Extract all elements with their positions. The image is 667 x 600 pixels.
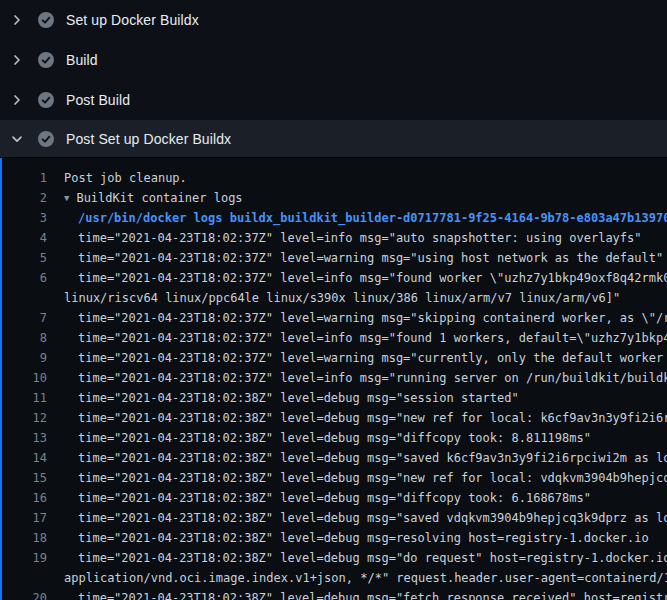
log-line-number[interactable]: 4 (2, 228, 47, 248)
log-line: 14time="2021-04-23T18:02:38Z" level=debu… (2, 448, 667, 468)
log-line-number[interactable]: 17 (2, 508, 47, 528)
chevron-right-icon (9, 12, 25, 28)
log-line: application/vnd.oci.image.index.v1+json,… (2, 568, 667, 588)
log-line: 1Post job cleanup. (2, 168, 667, 188)
log-line-number[interactable]: 10 (2, 368, 47, 388)
step-label: Post Set up Docker Buildx (66, 131, 231, 147)
log-group-title: ▼BuildKit container logs (47, 188, 243, 208)
log-text: time="2021-04-23T18:02:38Z" level=debug … (47, 588, 667, 600)
log-line-number[interactable]: 15 (2, 468, 47, 488)
step-success-check-icon (38, 12, 54, 28)
step-header-set-up-docker-buildx[interactable]: Set up Docker Buildx (0, 0, 667, 40)
log-line: 5time="2021-04-23T18:02:37Z" level=warni… (2, 248, 667, 268)
log-line: 3/usr/bin/docker logs buildx_buildkit_bu… (2, 208, 667, 228)
chevron-right-icon (9, 92, 25, 108)
log-line-number[interactable]: 5 (2, 248, 47, 268)
log-text: time="2021-04-23T18:02:37Z" level=info m… (47, 228, 642, 248)
log-line-number[interactable]: 3 (2, 208, 47, 228)
step-header-build[interactable]: Build (0, 40, 667, 80)
log-line-number[interactable]: 2 (2, 188, 47, 208)
log-line: 13time="2021-04-23T18:02:38Z" level=debu… (2, 428, 667, 448)
log-text: time="2021-04-23T18:02:38Z" level=debug … (47, 428, 591, 448)
log-line: 7time="2021-04-23T18:02:37Z" level=warni… (2, 308, 667, 328)
log-text: time="2021-04-23T18:02:37Z" level=info m… (47, 368, 667, 388)
log-line: 11time="2021-04-23T18:02:38Z" level=debu… (2, 388, 667, 408)
log-line-number (2, 288, 47, 308)
log-line-number[interactable]: 18 (2, 528, 47, 548)
log-line-number[interactable]: 19 (2, 548, 47, 568)
log-console: 1Post job cleanup.2▼BuildKit container l… (0, 158, 667, 600)
log-text: time="2021-04-23T18:02:37Z" level=info m… (47, 328, 667, 348)
log-line-number[interactable]: 16 (2, 488, 47, 508)
log-line-number[interactable]: 1 (2, 168, 47, 188)
log-command-text: /usr/bin/docker logs buildx_buildkit_bui… (47, 208, 667, 228)
log-line-number[interactable]: 13 (2, 428, 47, 448)
log-line: 12time="2021-04-23T18:02:38Z" level=debu… (2, 408, 667, 428)
log-line: 9time="2021-04-23T18:02:37Z" level=warni… (2, 348, 667, 368)
log-line-number[interactable]: 8 (2, 328, 47, 348)
step-success-check-icon (38, 52, 54, 68)
log-line-number[interactable]: 6 (2, 268, 47, 288)
log-text: time="2021-04-23T18:02:38Z" level=debug … (47, 468, 667, 488)
step-label: Build (66, 52, 98, 68)
log-line-number[interactable]: 7 (2, 308, 47, 328)
log-text: time="2021-04-23T18:02:37Z" level=info m… (47, 268, 667, 288)
chevron-right-icon (9, 52, 25, 68)
log-line: 4time="2021-04-23T18:02:37Z" level=info … (2, 228, 667, 248)
log-line: linux/riscv64 linux/ppc64le linux/s390x … (2, 288, 667, 308)
step-header-post-set-up-docker-buildx[interactable]: Post Set up Docker Buildx (0, 120, 667, 158)
log-line: 16time="2021-04-23T18:02:38Z" level=debu… (2, 488, 667, 508)
step-header-post-build[interactable]: Post Build (0, 80, 667, 120)
log-line-number[interactable]: 9 (2, 348, 47, 368)
step-success-check-icon (38, 131, 54, 147)
log-text: time="2021-04-23T18:02:38Z" level=debug … (47, 448, 667, 468)
log-line-number[interactable]: 11 (2, 388, 47, 408)
log-line: 17time="2021-04-23T18:02:38Z" level=debu… (2, 508, 667, 528)
log-line: 18time="2021-04-23T18:02:38Z" level=debu… (2, 528, 667, 548)
chevron-down-icon (9, 131, 25, 147)
log-line: 8time="2021-04-23T18:02:37Z" level=info … (2, 328, 667, 348)
log-text: time="2021-04-23T18:02:37Z" level=warnin… (47, 248, 663, 268)
log-text: Post job cleanup. (47, 168, 187, 188)
log-line: 10time="2021-04-23T18:02:37Z" level=info… (2, 368, 667, 388)
step-label: Set up Docker Buildx (66, 12, 199, 28)
step-label: Post Build (66, 92, 130, 108)
log-line: 6time="2021-04-23T18:02:37Z" level=info … (2, 268, 667, 288)
job-steps-list: Set up Docker Buildx Build Post Build Po… (0, 0, 667, 158)
log-text: linux/riscv64 linux/ppc64le linux/s390x … (47, 288, 620, 308)
log-line: 15time="2021-04-23T18:02:38Z" level=debu… (2, 468, 667, 488)
log-group-title-text: BuildKit container logs (76, 191, 242, 205)
log-line-number[interactable]: 14 (2, 448, 47, 468)
log-line-number (2, 568, 47, 588)
log-line: 19time="2021-04-23T18:02:38Z" level=debu… (2, 548, 667, 568)
log-line: 20time="2021-04-23T18:02:38Z" level=debu… (2, 588, 667, 600)
log-text: time="2021-04-23T18:02:38Z" level=debug … (47, 408, 667, 428)
log-line-number[interactable]: 12 (2, 408, 47, 428)
group-expand-caret-icon[interactable]: ▼ (64, 188, 76, 208)
step-success-check-icon (38, 92, 54, 108)
log-text: time="2021-04-23T18:02:37Z" level=warnin… (47, 308, 667, 328)
log-text: application/vnd.oci.image.index.v1+json,… (47, 568, 667, 588)
log-text: time="2021-04-23T18:02:38Z" level=debug … (47, 388, 519, 408)
log-line[interactable]: 2▼BuildKit container logs (2, 188, 667, 208)
log-text: time="2021-04-23T18:02:38Z" level=debug … (47, 548, 667, 568)
log-text: time="2021-04-23T18:02:38Z" level=debug … (47, 488, 591, 508)
log-text: time="2021-04-23T18:02:37Z" level=warnin… (47, 348, 667, 368)
log-text: time="2021-04-23T18:02:38Z" level=debug … (47, 508, 667, 528)
log-text: time="2021-04-23T18:02:38Z" level=debug … (47, 528, 649, 548)
log-line-number[interactable]: 20 (2, 588, 47, 600)
